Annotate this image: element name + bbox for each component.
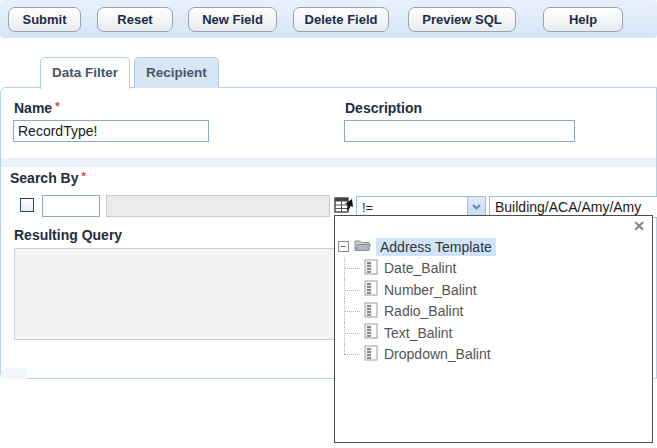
help-button[interactable]: Help bbox=[543, 7, 623, 32]
close-icon[interactable]: ✕ bbox=[633, 219, 645, 233]
operator-value: != bbox=[357, 200, 467, 215]
collapse-minus-icon[interactable]: − bbox=[338, 241, 349, 252]
tree-node-address-template[interactable]: Address Template bbox=[376, 238, 496, 256]
folder-icon bbox=[354, 238, 371, 255]
resulting-query-label: Resulting Query bbox=[14, 227, 122, 243]
tree-node-text-balint[interactable]: Text_Balint bbox=[384, 325, 452, 341]
tree-connector bbox=[338, 279, 364, 301]
toolbar: Submit Reset New Field Delete Field Prev… bbox=[0, 0, 657, 38]
tree-connector bbox=[338, 301, 364, 323]
preview-sql-button[interactable]: Preview SQL bbox=[408, 7, 516, 32]
search-by-label: Search By* bbox=[10, 170, 86, 186]
tree-connector bbox=[338, 322, 364, 344]
required-asterisk: * bbox=[81, 170, 85, 182]
description-label: Description bbox=[345, 100, 422, 116]
submit-button[interactable]: Submit bbox=[8, 7, 81, 32]
filter-order-input[interactable] bbox=[42, 195, 100, 217]
name-input[interactable] bbox=[13, 120, 209, 142]
tree-child-row: Text_Balint bbox=[338, 322, 648, 344]
tab-data-filter[interactable]: Data Filter bbox=[40, 57, 130, 89]
field-doc-icon bbox=[364, 259, 378, 278]
tab-recipient[interactable]: Recipient bbox=[134, 57, 219, 88]
tree-node-dropdown-balint[interactable]: Dropdown_Balint bbox=[384, 346, 491, 362]
field-chooser-popup: ✕ − Address Template bbox=[334, 215, 653, 443]
field-doc-icon bbox=[364, 323, 378, 342]
required-asterisk: * bbox=[55, 100, 59, 112]
field-doc-icon bbox=[364, 345, 378, 364]
field-tree: − Address Template bbox=[338, 236, 648, 365]
new-field-button[interactable]: New Field bbox=[188, 7, 277, 32]
tree-connector bbox=[338, 344, 364, 366]
panel-corner-decoration bbox=[1, 368, 27, 379]
name-label: Name* bbox=[14, 100, 59, 116]
filter-field-disabled-input bbox=[106, 195, 330, 217]
tree-child-row: Radio_Balint bbox=[338, 301, 648, 323]
chevron-down-icon[interactable] bbox=[467, 197, 485, 217]
reset-button[interactable]: Reset bbox=[97, 7, 173, 32]
field-doc-icon bbox=[364, 280, 378, 299]
field-doc-icon bbox=[364, 302, 378, 321]
filter-row-checkbox[interactable] bbox=[20, 198, 34, 212]
tree-root-row: − Address Template bbox=[338, 236, 648, 258]
tree-child-row: Dropdown_Balint bbox=[338, 344, 648, 366]
tree-node-number-balint[interactable]: Number_Balint bbox=[384, 282, 477, 298]
tree-node-radio-balint[interactable]: Radio_Balint bbox=[384, 303, 463, 319]
tree-child-row: Number_Balint bbox=[338, 279, 648, 301]
tree-connector bbox=[338, 258, 364, 280]
tab-bar: Data Filter Recipient bbox=[40, 57, 223, 89]
description-input[interactable] bbox=[344, 120, 575, 142]
tree-node-date-balint[interactable]: Date_Balint bbox=[384, 260, 456, 276]
delete-field-button[interactable]: Delete Field bbox=[293, 7, 389, 32]
select-field-icon[interactable] bbox=[334, 196, 353, 215]
section-divider bbox=[1, 158, 656, 167]
tree-child-row: Date_Balint bbox=[338, 258, 648, 280]
